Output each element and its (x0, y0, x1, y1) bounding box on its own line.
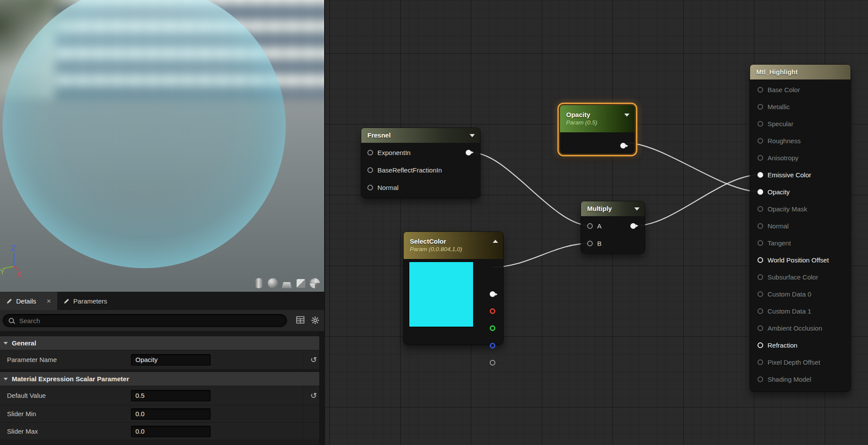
pin-label: ExponentIn (377, 149, 411, 156)
material-graph[interactable]: Fresnel ExponentIn BaseReflectFractionIn… (324, 0, 868, 445)
input-pin-normal[interactable] (367, 185, 373, 190)
pin-label: Opacity (768, 188, 790, 196)
parameter-name-label: Parameter Name (7, 356, 131, 363)
output-pin-fresnel[interactable] (466, 150, 471, 155)
input-pin[interactable] (757, 189, 763, 195)
row-default-value: Default Value ↺ (0, 386, 324, 405)
preview-shape-cube-button[interactable] (295, 277, 307, 289)
node-selectcolor[interactable]: SelectColor Param (0,0.804,1,0) (404, 232, 503, 345)
input-pin[interactable] (757, 206, 763, 212)
input-pin-exponentin[interactable] (367, 150, 373, 155)
chevron-down-icon[interactable] (470, 134, 475, 137)
input-pin[interactable] (757, 359, 763, 365)
output-pin-opacity-param[interactable] (620, 143, 626, 148)
node-fresnel[interactable]: Fresnel ExponentIn BaseReflectFractionIn… (361, 128, 480, 198)
material-pin-metallic: Metallic (750, 98, 851, 115)
pin-label: Opacity Mask (768, 205, 807, 213)
node-material-header[interactable]: Mtl_Highlight (750, 65, 851, 79)
slider-min-field[interactable] (131, 408, 211, 420)
input-pin[interactable] (757, 138, 763, 144)
preview-shape-cylinder-button[interactable] (253, 277, 265, 289)
preview-shape-plane-button[interactable] (281, 277, 293, 289)
section-general[interactable]: General (0, 336, 324, 350)
row-slider-min: Slider Min (0, 405, 324, 423)
node-opacity-title: Opacity (566, 111, 629, 119)
input-pin-basereflectfractionin[interactable] (367, 167, 373, 173)
input-pin[interactable] (757, 104, 763, 110)
material-pin-roughness: Roughness (750, 132, 851, 149)
input-pin[interactable] (757, 240, 763, 246)
output-pin-multiply[interactable] (630, 223, 636, 229)
input-pin[interactable] (757, 325, 763, 331)
output-pin-g[interactable] (490, 325, 495, 331)
input-pin-b[interactable] (587, 241, 593, 246)
node-multiply[interactable]: Multiply A B (581, 201, 645, 253)
axis-x-label: X (17, 271, 21, 278)
details-panel: Details × Parameters (0, 292, 324, 445)
input-pin[interactable] (757, 291, 763, 297)
preview-shape-sphere-button[interactable] (267, 277, 279, 289)
default-value-field[interactable] (131, 390, 211, 401)
node-multiply-header[interactable]: Multiply (581, 201, 645, 216)
search-input[interactable] (18, 317, 282, 325)
color-swatch[interactable] (409, 262, 474, 327)
node-opacity-header[interactable]: Opacity Param (0.5) (560, 105, 635, 132)
pin-label: Tangent (768, 239, 791, 247)
gear-icon[interactable] (311, 316, 319, 324)
slider-max-field[interactable] (131, 426, 211, 437)
output-pin-r[interactable] (490, 308, 495, 314)
preview-viewport[interactable]: Z Y X (0, 0, 324, 292)
node-fresnel-header[interactable]: Fresnel (361, 128, 480, 143)
cylinder-icon (255, 278, 263, 288)
search-box[interactable] (3, 314, 287, 327)
input-pin[interactable] (757, 87, 763, 93)
caret-down-icon (3, 378, 8, 380)
parameter-name-field[interactable] (131, 354, 211, 366)
preview-shape-material-button[interactable] (309, 277, 321, 289)
input-pin[interactable] (757, 172, 763, 178)
wire-fresnel-to-multiply-a (471, 152, 591, 226)
input-pin[interactable] (757, 376, 763, 382)
input-pin[interactable] (757, 121, 763, 127)
input-pin[interactable] (757, 342, 763, 348)
input-pin[interactable] (757, 308, 763, 314)
plane-icon (282, 282, 292, 288)
input-pin[interactable] (757, 155, 763, 161)
fresnel-normal-row: Normal (361, 179, 480, 196)
output-pin-a[interactable] (490, 360, 495, 366)
chevron-down-icon[interactable] (624, 114, 629, 117)
pin-label: Ambient Occlusion (768, 324, 822, 332)
pin-label: Refraction (768, 342, 797, 349)
tab-details[interactable]: Details × (0, 292, 57, 310)
node-material-result[interactable]: Mtl_Highlight Base Color Metallic Specul… (750, 65, 851, 391)
section-scalar-title: Material Expression Scalar Parameter (12, 375, 129, 383)
material-pin-normal: Normal (750, 217, 851, 235)
search-icon (8, 317, 15, 324)
material-ball-icon (310, 278, 320, 288)
section-scalar-parameter[interactable]: Material Expression Scalar Parameter (0, 372, 324, 386)
slider-max-label: Slider Max (7, 428, 131, 435)
node-multiply-title: Multiply (587, 205, 639, 213)
input-pin[interactable] (757, 223, 763, 229)
input-pin[interactable] (757, 257, 763, 263)
node-material-title: Mtl_Highlight (756, 68, 844, 76)
axis-gizmo: Z Y X (0, 241, 44, 285)
output-pin-rgb[interactable] (490, 291, 495, 297)
tab-parameters[interactable]: Parameters (57, 292, 114, 310)
close-tab-icon[interactable]: × (47, 297, 51, 305)
material-pin-ambient-occlusion: Ambient Occlusion (750, 320, 851, 337)
node-opacity-param[interactable]: Opacity Param (0.5) (560, 105, 635, 154)
output-pin-b[interactable] (490, 343, 495, 348)
pencil-icon (6, 298, 13, 304)
pin-label: Emissive Color (768, 171, 811, 179)
pin-label: Shading Model (768, 376, 811, 383)
chevron-up-icon[interactable] (493, 240, 498, 243)
input-pin[interactable] (757, 274, 763, 280)
pin-label: A (597, 222, 602, 230)
chevron-down-icon[interactable] (634, 207, 640, 210)
pin-label: Normal (768, 222, 788, 230)
display-settings-icon[interactable] (296, 316, 304, 324)
input-pin-a[interactable] (587, 223, 593, 229)
node-selectcolor-header[interactable]: SelectColor Param (0,0.804,1,0) (404, 232, 503, 259)
tab-details-label: Details (16, 297, 36, 305)
